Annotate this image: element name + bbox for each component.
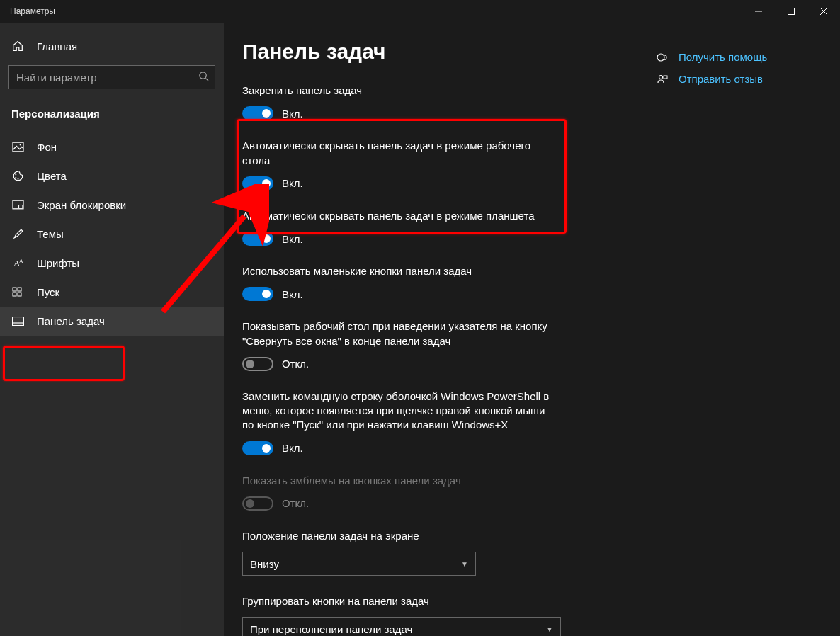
home-icon: [11, 40, 24, 52]
chevron-down-icon: ▼: [461, 560, 468, 568]
close-button[interactable]: [807, 0, 840, 23]
font-icon: AA: [11, 258, 24, 269]
start-icon: [11, 287, 24, 298]
toggle-peek[interactable]: [242, 357, 273, 371]
setting-autohide-tablet: Автоматически скрывать панель задач в ре…: [242, 209, 639, 246]
titlebar: Параметры: [0, 0, 840, 23]
lockscreen-icon: [11, 199, 24, 211]
toggle-state-text: Вкл.: [282, 442, 303, 454]
aside-get-help[interactable]: Получить помощь: [656, 51, 767, 63]
page-title: Панель задач: [242, 40, 639, 64]
content-area: Панель задач Закрепить панель задач Вкл.…: [224, 23, 840, 636]
brush-icon: [11, 228, 24, 240]
help-icon: [656, 52, 669, 63]
maximize-button[interactable]: [775, 0, 807, 23]
setting-autohide-desktop: Автоматически скрывать панель задач в ре…: [242, 139, 639, 191]
toggle-state-text: Вкл.: [282, 177, 303, 189]
aside-links: Получить помощь Отправить отзыв: [639, 40, 767, 636]
setting-grouping: Группировать кнопки на панели задач При …: [242, 594, 639, 636]
dropdown-grouping[interactable]: При переполнении панели задач ▼: [242, 617, 561, 636]
sidebar-item-fonts[interactable]: AA Шрифты: [0, 249, 224, 278]
svg-point-7: [19, 144, 21, 145]
setting-label: Закрепить панель задач: [242, 84, 554, 98]
toggle-autohide-desktop[interactable]: [242, 176, 273, 191]
sidebar-item-themes[interactable]: Темы: [0, 220, 224, 249]
sidebar: Главная Персонализация Фон Цвета Экран б…: [0, 23, 224, 636]
aside-link-label: Получить помощь: [679, 51, 767, 63]
sidebar-item-taskbar[interactable]: Панель задач: [0, 307, 224, 336]
window-controls: [742, 0, 840, 23]
toggle-small-buttons[interactable]: [242, 287, 273, 301]
svg-point-10: [17, 178, 18, 180]
aside-feedback[interactable]: Отправить отзыв: [656, 73, 767, 85]
sidebar-item-label: Панель задач: [37, 315, 105, 327]
svg-point-8: [15, 174, 16, 175]
svg-rect-13: [13, 288, 16, 291]
sidebar-item-label: Фон: [37, 141, 57, 153]
setting-label: Положение панели задач на экране: [242, 529, 554, 543]
sidebar-item-start[interactable]: Пуск: [0, 278, 224, 307]
dropdown-value: Внизу: [250, 558, 279, 570]
toggle-state-text: Вкл.: [282, 233, 303, 245]
svg-rect-12: [18, 205, 22, 208]
picture-icon: [11, 141, 24, 153]
sidebar-item-background[interactable]: Фон: [0, 132, 224, 161]
sidebar-item-label: Темы: [37, 228, 64, 240]
toggle-powershell[interactable]: [242, 441, 273, 455]
palette-icon: [11, 170, 24, 182]
svg-line-5: [205, 78, 208, 81]
setting-label: Заменить командную строку оболочкой Wind…: [242, 390, 554, 433]
sidebar-item-label: Шрифты: [37, 257, 79, 269]
search-icon: [198, 71, 209, 84]
setting-position: Положение панели задач на экране Внизу ▼: [242, 529, 639, 576]
sidebar-item-label: Пуск: [37, 286, 59, 298]
svg-rect-1: [788, 8, 795, 15]
sidebar-item-lockscreen[interactable]: Экран блокировки: [0, 191, 224, 220]
toggle-state-text: Вкл.: [282, 108, 303, 120]
setting-badges: Показать эмблемы на кнопках панели задач…: [242, 474, 639, 511]
sidebar-item-label: Экран блокировки: [37, 199, 126, 211]
sidebar-section-label: Персонализация: [0, 98, 224, 132]
svg-rect-17: [12, 317, 23, 326]
toggle-lock-taskbar[interactable]: [242, 106, 273, 120]
toggle-badges: [242, 496, 273, 511]
feedback-icon: [656, 74, 669, 85]
toggle-state-text: Вкл.: [282, 288, 303, 300]
setting-label: Показать эмблемы на кнопках панели задач: [242, 474, 554, 488]
setting-label: Показывать рабочий стол при наведении ук…: [242, 319, 554, 348]
setting-label: Автоматически скрывать панель задач в ре…: [242, 139, 554, 168]
search-input[interactable]: [16, 72, 198, 84]
svg-rect-14: [18, 288, 21, 291]
minimize-button[interactable]: [742, 0, 775, 23]
svg-point-19: [657, 54, 664, 61]
svg-point-4: [200, 72, 206, 79]
svg-rect-21: [664, 76, 667, 79]
toggle-state-text: Откл.: [282, 497, 309, 509]
svg-rect-15: [13, 293, 16, 296]
setting-lock-taskbar: Закрепить панель задач Вкл.: [242, 84, 639, 120]
setting-label: Автоматически скрывать панель задач в ре…: [242, 209, 554, 223]
setting-label: Использовать маленькие кнопки панели зад…: [242, 264, 554, 278]
setting-peek: Показывать рабочий стол при наведении ук…: [242, 319, 639, 371]
sidebar-home-label: Главная: [37, 40, 77, 52]
dropdown-position[interactable]: Внизу ▼: [242, 552, 476, 576]
toggle-autohide-tablet[interactable]: [242, 232, 273, 246]
window-title: Параметры: [10, 6, 55, 16]
setting-powershell: Заменить командную строку оболочкой Wind…: [242, 390, 639, 455]
setting-label: Группировать кнопки на панели задач: [242, 594, 554, 608]
aside-link-label: Отправить отзыв: [679, 73, 763, 85]
toggle-state-text: Откл.: [282, 358, 309, 370]
setting-small-buttons: Использовать маленькие кнопки панели зад…: [242, 264, 639, 301]
sidebar-item-label: Цвета: [37, 170, 67, 182]
chevron-down-icon: ▼: [546, 625, 553, 633]
svg-point-9: [15, 177, 16, 178]
dropdown-value: При переполнении панели задач: [250, 623, 412, 635]
search-box[interactable]: [8, 65, 215, 89]
svg-point-20: [659, 75, 663, 79]
svg-rect-16: [18, 293, 21, 296]
sidebar-item-colors[interactable]: Цвета: [0, 161, 224, 191]
taskbar-icon: [11, 317, 24, 326]
sidebar-home[interactable]: Главная: [0, 31, 224, 62]
